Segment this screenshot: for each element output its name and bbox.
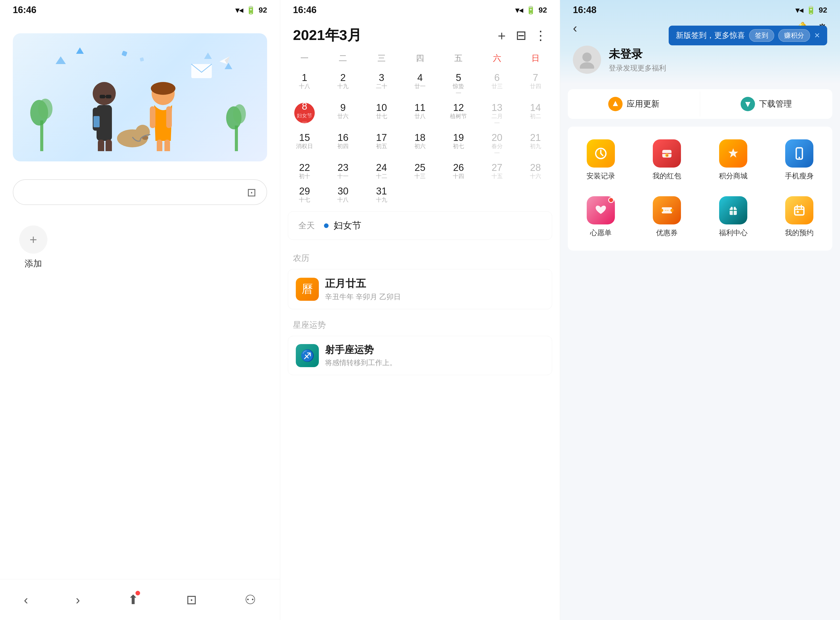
- cal-day-23[interactable]: 23 十一: [324, 159, 362, 183]
- update-icon: [608, 97, 622, 111]
- nav-square[interactable]: ⊡: [186, 592, 197, 607]
- calendar-title: 2021年3月: [293, 26, 362, 45]
- weekday-sat: 六: [478, 50, 516, 66]
- cal-day-29[interactable]: 29 十七: [285, 183, 324, 206]
- calendar-panel: 16:46 ▾◂ 🔋 92 2021年3月 ＋ ⊟ ⋮ 一 二 三 四 五 六 …: [280, 0, 560, 620]
- lunar-main: 正月廿五: [325, 277, 401, 290]
- welfare-item[interactable]: 福利中心: [700, 188, 766, 245]
- download-mgmt-btn[interactable]: 下载管理: [700, 89, 832, 119]
- view-toggle-btn[interactable]: ⊟: [516, 28, 526, 43]
- search-bar[interactable]: ⊡: [13, 179, 267, 205]
- cal-day-22[interactable]: 22 初十: [285, 159, 324, 183]
- svg-point-30: [233, 104, 246, 124]
- cal-day-1[interactable]: 1 十八: [285, 69, 324, 99]
- battery-icon-cal: 🔋: [526, 6, 535, 15]
- svg-rect-52: [731, 207, 733, 210]
- banner-close-btn[interactable]: ✕: [814, 31, 820, 40]
- signin-btn[interactable]: 签到: [749, 29, 774, 42]
- add-label: 添加: [25, 258, 42, 269]
- star-sub: 将感情转移到工作上。: [325, 358, 397, 368]
- weekday-fri: 五: [439, 50, 478, 66]
- cal-day-6[interactable]: 6 廿三: [478, 69, 516, 99]
- cal-day-19[interactable]: 19 初七: [439, 129, 478, 159]
- avatar[interactable]: [573, 46, 601, 74]
- svg-point-7: [93, 82, 116, 105]
- cal-day-28[interactable]: 28 十六: [516, 159, 555, 183]
- user-details: 未登录 登录发现更多福利: [609, 47, 666, 73]
- my-redpack-item[interactable]: 福 我的红包: [634, 132, 700, 188]
- svg-marker-2: [204, 53, 212, 59]
- cal-day-25[interactable]: 25 十三: [401, 159, 439, 183]
- cal-day-15[interactable]: 15 消权日: [285, 129, 324, 159]
- earn-btn[interactable]: 赚积分: [778, 29, 810, 42]
- svg-rect-11: [98, 140, 104, 151]
- svg-rect-12: [105, 140, 112, 151]
- svg-point-17: [151, 82, 176, 95]
- svg-rect-32: [93, 116, 100, 127]
- cal-day-5[interactable]: 5 惊蛰 —: [439, 69, 478, 99]
- cal-day-3[interactable]: 3 二十: [362, 69, 401, 99]
- my-redpack-icon: 福: [653, 139, 681, 167]
- cal-day-8[interactable]: 8 妇女节 —: [285, 99, 324, 129]
- cal-day-24[interactable]: 24 十二: [362, 159, 401, 183]
- cal-day-26[interactable]: 26 十四: [439, 159, 478, 183]
- appstore-panel: 16:48 ▾◂ 🔋 92 ‹ 🔔 ⚙ 新版签到，更多惊喜 签到 赚积分 ✕: [560, 0, 840, 620]
- calendar-header: 2021年3月 ＋ ⊟ ⋮: [280, 18, 560, 50]
- weekday-sun: 日: [516, 50, 555, 66]
- nav-person[interactable]: ⚇: [245, 592, 256, 607]
- cal-day-21[interactable]: 21 初九: [516, 129, 555, 159]
- cal-day-17[interactable]: 17 初五: [362, 129, 401, 159]
- star-card[interactable]: ♐ 射手座运势 将感情转移到工作上。: [288, 336, 552, 375]
- nav-forward[interactable]: ›: [76, 592, 80, 607]
- cal-day-27[interactable]: 27 十五: [478, 159, 516, 183]
- install-record-icon: [587, 139, 615, 167]
- cal-day-10[interactable]: 10 廿七: [362, 99, 401, 129]
- add-event-btn[interactable]: ＋: [495, 27, 508, 44]
- add-button[interactable]: +: [19, 226, 47, 254]
- my-reservation-item[interactable]: 我的预约: [766, 188, 832, 245]
- svg-rect-34: [140, 57, 144, 62]
- weekday-tue: 二: [324, 50, 362, 66]
- nav-back[interactable]: ‹: [24, 592, 28, 607]
- points-mall-item[interactable]: 积分商城: [700, 132, 766, 188]
- svg-point-48: [660, 209, 663, 212]
- nav-dot-share: [135, 591, 140, 595]
- cal-day-16[interactable]: 16 初四: [324, 129, 362, 159]
- cal-day-14[interactable]: 14 初二: [516, 99, 555, 129]
- app-update-btn[interactable]: 应用更新: [568, 89, 700, 119]
- svg-point-46: [798, 157, 800, 158]
- wifi-icon: ▾◂: [235, 6, 243, 15]
- wishlist-item[interactable]: 心愿单: [568, 188, 634, 245]
- cal-day-4[interactable]: 4 廿一: [401, 69, 439, 99]
- cal-day-20[interactable]: 20 春分 —: [478, 129, 516, 159]
- weekday-thu: 四: [401, 50, 439, 66]
- cal-day-7[interactable]: 7 廿四: [516, 69, 555, 99]
- wishlist-icon: [587, 196, 615, 224]
- lunar-card[interactable]: 曆 正月廿五 辛丑牛年 辛卯月 乙卯日: [288, 269, 552, 309]
- cal-day-11[interactable]: 11 廿八: [401, 99, 439, 129]
- banner-text: 新版签到，更多惊喜: [676, 30, 745, 41]
- cal-day-13[interactable]: 13 二月 —: [478, 99, 516, 129]
- scan-icon[interactable]: ⊡: [247, 186, 256, 199]
- lunar-icon: 曆: [296, 278, 319, 301]
- cal-day-9[interactable]: 9 廿六: [324, 99, 362, 129]
- phone-slim-item[interactable]: 手机瘦身: [766, 132, 832, 188]
- cal-day-31[interactable]: 31 十九: [362, 183, 401, 206]
- back-btn[interactable]: ‹: [573, 21, 577, 35]
- install-record-item[interactable]: 安装记录: [568, 132, 634, 188]
- cal-day-18[interactable]: 18 初六: [401, 129, 439, 159]
- time-app: 16:48: [573, 5, 597, 15]
- status-bar-app: 16:48 ▾◂ 🔋 92: [560, 0, 840, 18]
- svg-marker-37: [613, 101, 618, 106]
- cal-day-12[interactable]: 12 植树节: [439, 99, 478, 129]
- cal-day-2[interactable]: 2 十九: [324, 69, 362, 99]
- my-reservation-label: 我的预约: [785, 228, 814, 238]
- nav-share[interactable]: ⬆: [128, 592, 138, 607]
- points-mall-label: 积分商城: [719, 171, 748, 181]
- coupon-item[interactable]: 优惠券: [634, 188, 700, 245]
- welfare-icon: [719, 196, 747, 224]
- more-btn[interactable]: ⋮: [534, 28, 547, 43]
- battery-icon: 🔋: [246, 6, 255, 15]
- illustration-svg: [13, 33, 267, 161]
- cal-day-30[interactable]: 30 十八: [324, 183, 362, 206]
